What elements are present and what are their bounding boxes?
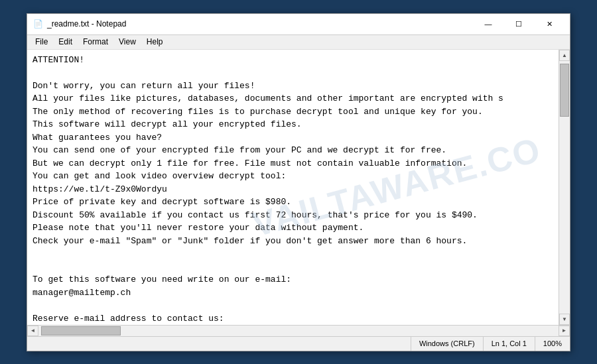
encoding-status: Windows (CRLF) bbox=[411, 337, 483, 351]
position-status: Ln 1, Col 1 bbox=[483, 337, 535, 351]
scroll-thumb-horizontal[interactable] bbox=[41, 326, 121, 335]
scroll-track-vertical[interactable] bbox=[559, 61, 570, 314]
scroll-track-horizontal[interactable] bbox=[38, 326, 559, 336]
status-bar: Windows (CRLF) Ln 1, Col 1 100% bbox=[27, 336, 570, 351]
notepad-window: 📄 _readme.txt - Notepad — ☐ ✕ File Edit … bbox=[27, 13, 570, 351]
scroll-right-button[interactable]: ► bbox=[559, 326, 570, 336]
window-title: _readme.txt - Notepad bbox=[47, 19, 473, 29]
scrollbar-vertical: ▲ ▼ bbox=[559, 50, 570, 325]
maximize-button[interactable]: ☐ bbox=[503, 13, 534, 34]
menu-view[interactable]: View bbox=[113, 35, 141, 49]
menu-help[interactable]: Help bbox=[141, 35, 168, 49]
text-content: ATTENTION! Don't worry, you can return a… bbox=[33, 54, 553, 325]
close-button[interactable]: ✕ bbox=[534, 13, 564, 34]
window-icon: 📄 bbox=[33, 19, 43, 29]
scroll-left-button[interactable]: ◄ bbox=[27, 326, 38, 336]
scroll-down-button[interactable]: ▼ bbox=[559, 314, 570, 325]
menu-file[interactable]: File bbox=[30, 35, 53, 49]
menu-bar: File Edit Format View Help bbox=[27, 35, 570, 50]
minimize-button[interactable]: — bbox=[473, 13, 503, 34]
zoom-status: 100% bbox=[535, 337, 570, 351]
scroll-thumb-vertical[interactable] bbox=[560, 64, 569, 117]
scroll-up-button[interactable]: ▲ bbox=[559, 50, 570, 61]
menu-edit[interactable]: Edit bbox=[53, 35, 78, 49]
scrollbar-horizontal: ◄ ► bbox=[27, 325, 570, 336]
title-bar: 📄 _readme.txt - Notepad — ☐ ✕ bbox=[27, 14, 570, 35]
window-controls: — ☐ ✕ bbox=[473, 13, 564, 34]
menu-format[interactable]: Format bbox=[78, 35, 113, 49]
text-area[interactable]: ATTENTION! Don't worry, you can return a… bbox=[27, 50, 559, 325]
text-area-container: ATTENTION! Don't worry, you can return a… bbox=[27, 50, 570, 325]
